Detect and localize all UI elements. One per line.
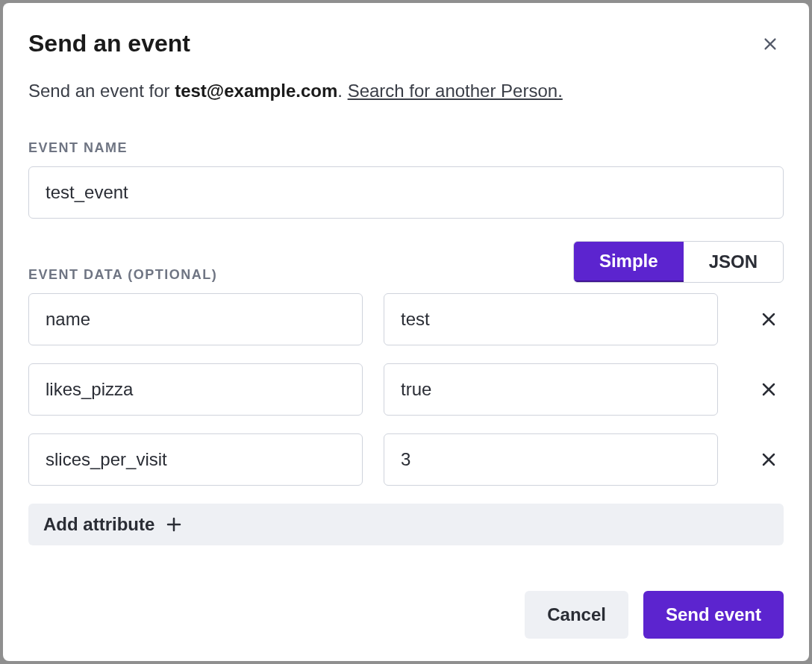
subtext: Send an event for test@example.com. Sear… — [28, 78, 784, 104]
cancel-button[interactable]: Cancel — [525, 591, 628, 639]
attribute-row — [28, 433, 784, 486]
attr-value-input[interactable] — [384, 363, 718, 416]
subtext-email: test@example.com — [175, 81, 337, 101]
event-data-label: EVENT DATA (OPTIONAL) — [28, 267, 217, 283]
mode-json-tab[interactable]: JSON — [684, 242, 783, 282]
attr-value-input[interactable] — [384, 433, 718, 486]
attr-key-input[interactable] — [28, 363, 363, 416]
event-data-header: EVENT DATA (OPTIONAL) Simple JSON — [28, 241, 784, 283]
close-icon — [760, 310, 778, 328]
attr-key-input[interactable] — [28, 433, 363, 486]
modal-header: Send an event — [28, 30, 784, 57]
send-event-button[interactable]: Send event — [643, 591, 784, 639]
attr-key-input[interactable] — [28, 293, 363, 345]
close-icon — [760, 451, 778, 469]
event-name-input[interactable] — [28, 166, 784, 219]
attribute-row — [28, 363, 784, 416]
event-name-label: EVENT NAME — [28, 140, 784, 156]
modal-footer: Cancel Send event — [28, 569, 784, 639]
close-icon — [760, 380, 778, 398]
delete-attr-button[interactable] — [754, 304, 784, 334]
attribute-rows — [28, 293, 784, 486]
subtext-period: . — [337, 81, 347, 101]
add-attribute-label: Add attribute — [43, 514, 154, 535]
delete-attr-button[interactable] — [754, 445, 784, 474]
subtext-prefix: Send an event for — [28, 81, 175, 101]
mode-simple-tab[interactable]: Simple — [574, 242, 684, 283]
modal-title: Send an event — [28, 30, 190, 57]
mode-toggle: Simple JSON — [573, 241, 784, 283]
plus-icon — [165, 516, 183, 533]
add-attribute-button[interactable]: Add attribute — [28, 504, 784, 545]
attribute-row — [28, 293, 784, 345]
send-event-modal: Send an event Send an event for test@exa… — [3, 3, 809, 661]
delete-attr-button[interactable] — [754, 375, 784, 404]
close-button[interactable] — [757, 31, 784, 57]
close-icon — [762, 36, 778, 52]
attr-value-input[interactable] — [384, 293, 718, 345]
event-name-block: EVENT NAME — [28, 140, 784, 219]
search-person-link[interactable]: Search for another Person. — [348, 81, 563, 101]
